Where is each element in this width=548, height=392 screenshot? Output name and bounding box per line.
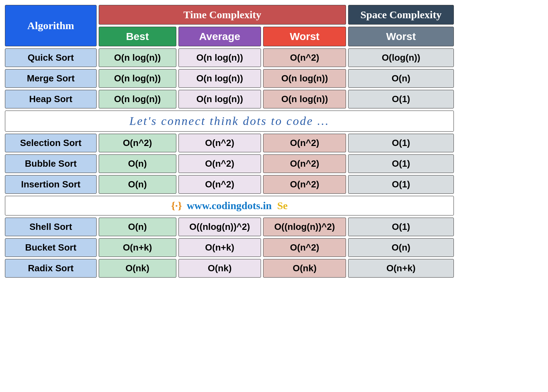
header-best: Best [99, 27, 176, 46]
header-space-worst: Worst [348, 27, 454, 46]
cell-worst: O(n^2) [263, 175, 346, 194]
cell-algorithm: Merge Sort [5, 69, 97, 88]
complexity-table: Algorithm Time Complexity Space Complexi… [3, 3, 456, 280]
cell-average: O(n log(n)) [178, 48, 261, 67]
table-row: Insertion Sort O(n) O(n^2) O(n^2) O(1) [5, 175, 454, 194]
cell-algorithm: Bubble Sort [5, 154, 97, 173]
braces-icon: {·} [171, 200, 182, 211]
cell-best: O(nk) [99, 259, 176, 278]
cell-space: O(1) [348, 154, 454, 173]
cell-algorithm: Quick Sort [5, 48, 97, 67]
cell-average: O((nlog(n))^2) [178, 218, 261, 236]
cell-space: O(1) [348, 175, 454, 194]
se-icon: Se [277, 200, 288, 211]
cell-space: O(1) [348, 134, 454, 152]
cell-average: O(n+k) [178, 238, 261, 257]
cell-average: O(n log(n)) [178, 90, 261, 108]
cell-best: O(n log(n)) [99, 69, 176, 88]
cell-space: O(1) [348, 218, 454, 236]
cell-average: O(n^2) [178, 134, 261, 152]
cell-worst: O(n^2) [263, 154, 346, 173]
table-row: Heap Sort O(n log(n)) O(n log(n)) O(n lo… [5, 90, 454, 108]
cell-worst: O(nk) [263, 259, 346, 278]
header-worst: Worst [263, 27, 346, 46]
table-row: Radix Sort O(nk) O(nk) O(nk) O(n+k) [5, 259, 454, 278]
cell-space: O(n) [348, 238, 454, 257]
cell-average: O(n log(n)) [178, 69, 261, 88]
cell-worst: O((nlog(n))^2) [263, 218, 346, 236]
header-space-complexity: Space Complexity [348, 5, 454, 25]
cell-best: O(n) [99, 218, 176, 236]
cell-algorithm: Insertion Sort [5, 175, 97, 194]
cell-worst: O(n^2) [263, 134, 346, 152]
cell-best: O(n) [99, 175, 176, 194]
cell-best: O(n log(n)) [99, 90, 176, 108]
cell-best: O(n) [99, 154, 176, 173]
header-algorithm: Algorithm [5, 5, 97, 46]
url-banner: {·} www.codingdots.in Se [5, 196, 454, 215]
cell-space: O(n) [348, 69, 454, 88]
cell-space: O(n+k) [348, 259, 454, 278]
table-row: Bubble Sort O(n) O(n^2) O(n^2) O(1) [5, 154, 454, 173]
cell-algorithm: Heap Sort [5, 90, 97, 108]
table-row: Quick Sort O(n log(n)) O(n log(n)) O(n^2… [5, 48, 454, 67]
header-time-complexity: Time Complexity [99, 5, 346, 25]
table-row: Merge Sort O(n log(n)) O(n log(n)) O(n l… [5, 69, 454, 88]
cell-space: O(log(n)) [348, 48, 454, 67]
cell-best: O(n^2) [99, 134, 176, 152]
table-row: Selection Sort O(n^2) O(n^2) O(n^2) O(1) [5, 134, 454, 152]
cell-worst: O(n log(n)) [263, 69, 346, 88]
tagline-banner: Let's connect think dots to code ... [5, 111, 454, 132]
cell-average: O(n^2) [178, 154, 261, 173]
cell-average: O(nk) [178, 259, 261, 278]
table-row: Shell Sort O(n) O((nlog(n))^2) O((nlog(n… [5, 218, 454, 236]
cell-algorithm: Bucket Sort [5, 238, 97, 257]
cell-worst: O(n^2) [263, 48, 346, 67]
cell-algorithm: Radix Sort [5, 259, 97, 278]
cell-algorithm: Selection Sort [5, 134, 97, 152]
site-url: www.codingdots.in [187, 200, 272, 211]
header-average: Average [178, 27, 261, 46]
cell-best: O(n log(n)) [99, 48, 176, 67]
cell-best: O(n+k) [99, 238, 176, 257]
cell-worst: O(n log(n)) [263, 90, 346, 108]
cell-worst: O(n^2) [263, 238, 346, 257]
cell-algorithm: Shell Sort [5, 218, 97, 236]
table-row: Bucket Sort O(n+k) O(n+k) O(n^2) O(n) [5, 238, 454, 257]
cell-space: O(1) [348, 90, 454, 108]
cell-average: O(n^2) [178, 175, 261, 194]
